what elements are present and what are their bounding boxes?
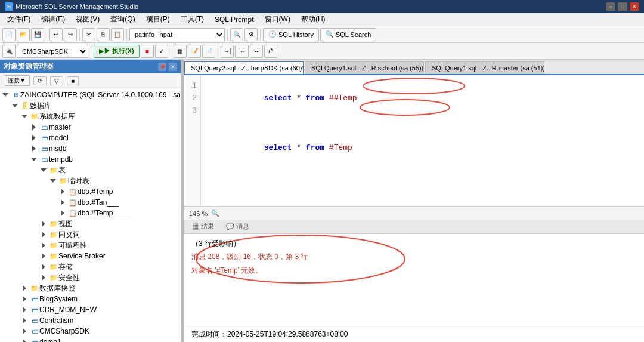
tab-results[interactable]: ▦ 结果 [187,221,220,232]
tree-msdb[interactable]: 🗃 msdb [0,143,181,154]
menu-query[interactable]: 查询(Q) [106,13,140,26]
text-mode-btn[interactable]: 📝 [188,45,201,58]
undo-btn[interactable]: ↩ [49,28,63,41]
tree-centralism[interactable]: 🗃 Centralism [0,315,181,326]
tree-container[interactable]: 🖥 ZAINCOMPUTER (SQL Server 14.0.1000.169… [0,88,181,342]
tree-cdm[interactable]: 🗃 CDR_MDM_NEW [0,304,181,315]
tree-master[interactable]: 🗃 master [0,122,181,133]
temp-tables-toggle[interactable] [49,179,58,183]
cut-btn[interactable]: ✂ [82,28,95,41]
filter-btn[interactable]: ▽ [50,76,63,85]
stop-btn[interactable]: ■ [141,45,154,58]
storage-toggle[interactable] [39,264,49,270]
views-toggle[interactable] [39,221,49,227]
menu-tools[interactable]: 工具(T) [176,13,209,26]
file-mode-btn[interactable]: 📄 [202,45,215,58]
uncomment-btn[interactable]: /* [264,45,277,58]
database-dropdown[interactable]: patinfo_inpat [129,28,225,41]
prog-toggle[interactable] [39,242,49,248]
demo1-toggle[interactable] [20,339,30,342]
tab-sqlquery2[interactable]: SQLQuery2.sql - Z...harpSDK (sa (60)* ✕ [184,61,304,75]
panel-pin-btn[interactable]: 📌 [158,63,166,71]
tree-programmability[interactable]: 📁 可编程性 [0,240,181,251]
tree-cmcsharp[interactable]: 🗃 CMCSharpSDK [0,326,181,337]
settings-btn[interactable]: ⚙ [244,28,258,41]
tree-server[interactable]: 🖥 ZAINCOMPUTER (SQL Server 14.0.1000.169… [0,90,181,100]
code-content[interactable]: select * from ##Temp select * from #Temp [201,75,644,206]
connect-btn[interactable]: 🔌 [2,45,16,58]
dbo-temp2-toggle[interactable] [58,210,68,216]
tree-security[interactable]: 📁 安全性 [0,272,181,283]
sql-history-button[interactable]: 🕐 SQL History [263,28,319,41]
tree-synonyms[interactable]: 📁 同义词 [0,229,181,240]
tab-sqlquery1-school[interactable]: SQLQuery1.sql - Z...R.school (sa (55))* … [305,61,424,74]
menu-file[interactable]: 文件(F) [2,13,35,26]
menu-project[interactable]: 项目(P) [141,13,175,26]
redo-btn[interactable]: ↪ [64,28,77,41]
refresh-btn[interactable]: ⟳ [33,76,47,85]
msdb-toggle[interactable] [30,146,39,152]
save-btn[interactable]: 💾 [31,28,44,41]
centralism-toggle[interactable] [20,318,30,323]
result-mode-btn[interactable]: ▦ [174,45,187,58]
tree-views[interactable]: 📁 视图 [0,218,181,229]
tree-model[interactable]: 🗃 model [0,133,181,143]
blog-toggle[interactable] [20,296,30,302]
security-toggle[interactable] [39,275,49,281]
synonyms-toggle[interactable] [39,232,49,238]
outdent-btn[interactable]: |← [235,45,249,58]
tree-databases[interactable]: 🗄 数据库 [0,100,181,111]
panel-header-buttons[interactable]: 📌 ✕ [158,63,177,71]
menu-view[interactable]: 视图(V) [71,13,104,26]
menu-help[interactable]: 帮助(H) [296,13,330,26]
tree-service-broker[interactable]: 📁 Service Broker [0,251,181,261]
dbo-temp-toggle[interactable] [58,189,68,195]
tree-storage[interactable]: 📁 存储 [0,261,181,272]
tree-dbo-tan[interactable]: 📋 dbo.#Tan___ [0,197,181,208]
snapshots-toggle[interactable] [20,285,30,291]
tables-toggle[interactable] [39,168,49,172]
connect-dropdown-btn[interactable]: 连接▼ [4,75,30,86]
tree-tables[interactable]: 📁 表 [0,165,181,175]
paste-btn[interactable]: 📋 [111,28,124,41]
tempdb-toggle[interactable] [30,158,39,161]
parse-btn[interactable]: ✓ [155,45,168,58]
maximize-button[interactable]: □ [618,2,627,11]
tree-temp-tables[interactable]: 📁 临时表 [0,175,181,186]
execute-button[interactable]: ▶ ▶ 执行(X) [94,45,140,58]
panel-close-btn[interactable]: ✕ [169,63,177,71]
tab-messages[interactable]: 💬 消息 [220,221,255,232]
tree-system-dbs[interactable]: 📁 系统数据库 [0,111,181,122]
sb-toggle[interactable] [39,253,49,259]
search-btn[interactable]: 🔍 [230,28,243,41]
close-button[interactable]: ✕ [630,2,639,11]
master-toggle[interactable] [30,124,39,130]
tree-demo1[interactable]: 🗃 demo1 [0,337,181,342]
indent-btn[interactable]: →| [221,45,234,58]
cdm-toggle[interactable] [20,307,30,313]
tree-tempdb[interactable]: 🗃 tempdb [0,154,181,165]
connection-dropdown[interactable]: CMCSharpSDK [17,45,88,58]
tree-db-snapshots[interactable]: 📁 数据库快照 [0,283,181,294]
minimize-button[interactable]: – [606,2,615,11]
stop-obj-btn[interactable]: ■ [67,76,79,85]
copy-btn[interactable]: ⎘ [97,28,110,41]
comment-btn[interactable]: -- [250,45,263,58]
tree-dbo-temp2[interactable]: 📋 dbo.#Temp____ [0,208,181,218]
databases-toggle[interactable] [11,104,20,107]
menu-sqlprompt[interactable]: SQL Prompt [210,14,259,25]
cmcsharp-toggle[interactable] [20,328,30,334]
tree-blogsystem[interactable]: 🗃 BlogSystem [0,294,181,304]
new-query-btn[interactable]: 📄 [2,28,16,41]
open-btn[interactable]: 📂 [17,28,30,41]
window-controls[interactable]: – □ ✕ [606,2,639,11]
model-toggle[interactable] [30,135,39,141]
dbo-tan-toggle[interactable] [58,199,68,205]
code-editor[interactable]: 1 2 3 select * from ##Temp select * from… [184,75,644,207]
system-dbs-toggle[interactable] [20,115,30,118]
tree-dbo-temp[interactable]: 📋 dbo.#Temp [0,186,181,197]
menu-edit[interactable]: 编辑(E) [36,13,70,26]
server-toggle[interactable] [1,93,11,97]
menu-window[interactable]: 窗口(W) [260,13,295,26]
tab-sqlquery1-master[interactable]: SQLQuery1.sql - Z...R.master (sa (51))* … [425,61,544,74]
